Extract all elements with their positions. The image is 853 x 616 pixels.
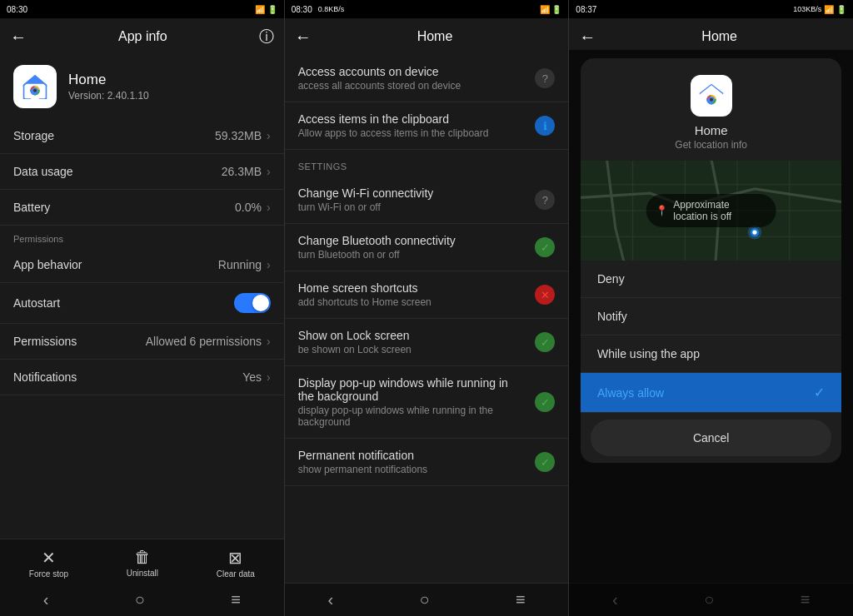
- bottom-nav-1: ✕ Force stop 🗑 Uninstall ⊠ Clear data ‹ …: [0, 539, 284, 616]
- menu-gesture-2[interactable]: ≡: [516, 590, 526, 609]
- permissions-row[interactable]: Permissions Allowed 6 permissions ›: [0, 324, 284, 360]
- permissions-list: Access accounts on device access all acc…: [285, 55, 569, 583]
- location-off-icon: 📍: [656, 205, 668, 216]
- back-button-2[interactable]: ←: [295, 27, 312, 47]
- storage-chevron: ›: [267, 129, 271, 142]
- info-icon[interactable]: ⓘ: [259, 27, 274, 47]
- map-container: 📍 Approximate location is off: [581, 161, 841, 261]
- while-using-option[interactable]: While using the app: [581, 335, 841, 373]
- perm-icon-popup: ✓: [535, 392, 555, 412]
- back-button-3[interactable]: ←: [579, 27, 596, 47]
- app-header: Home Version: 2.40.1.10: [0, 55, 284, 118]
- app-behavior-value: Running ›: [218, 258, 271, 271]
- panel-app-info: 08:30 📶 🔋 ← App info ⓘ: [0, 0, 285, 616]
- clear-data-label: Clear data: [217, 569, 255, 579]
- status-time-2: 08:30 0.8KB/s: [292, 5, 345, 14]
- perm-desc-lockscreen: be shown on Lock screen: [298, 344, 527, 355]
- perm-desc-wifi: turn Wi-Fi on or off: [298, 201, 527, 213]
- perm-title-notification: Permanent notification: [298, 449, 527, 462]
- clear-data-icon: ⊠: [228, 548, 242, 568]
- perm-item-popup[interactable]: Display pop-up windows while running in …: [285, 366, 569, 439]
- perm-item-notification[interactable]: Permanent notification show permanent no…: [285, 439, 569, 486]
- perm-item-shortcuts[interactable]: Home screen shortcuts add shortcuts to H…: [285, 271, 569, 319]
- app-info-header: ← App info ⓘ: [0, 18, 284, 55]
- svg-point-2: [33, 89, 37, 92]
- menu-gesture-1[interactable]: ≡: [231, 590, 241, 609]
- notifications-label: Notifications: [13, 370, 77, 384]
- perm-title-popup: Display pop-up windows while running in …: [298, 376, 527, 403]
- dialog-app-icon: [691, 75, 732, 117]
- location-dialog: Home Get location info: [581, 58, 841, 463]
- perm-title-wifi: Change Wi-Fi connectivity: [298, 186, 527, 200]
- always-allow-option[interactable]: Always allow ✓: [581, 373, 841, 413]
- notifications-row[interactable]: Notifications Yes ›: [0, 360, 284, 395]
- clear-data-button[interactable]: ⊠ Clear data: [217, 548, 255, 579]
- app-behavior-row[interactable]: App behavior Running ›: [0, 247, 284, 283]
- perm-item-bluetooth[interactable]: Change Bluetooth connectivity turn Bluet…: [285, 224, 569, 271]
- panel-permissions: 08:30 0.8KB/s 📶 🔋 ← Home Access accounts…: [285, 0, 570, 616]
- perm-desc-accounts: access all accounts stored on device: [298, 80, 527, 92]
- perm-desc-notification: show permanent notifications: [298, 464, 527, 475]
- force-stop-label: Force stop: [29, 569, 68, 579]
- app-icon: [13, 65, 57, 108]
- perm-title-accounts: Access accounts on device: [298, 65, 527, 78]
- dialog-perm-name: Get location info: [675, 139, 747, 151]
- while-using-label: While using the app: [597, 347, 700, 360]
- autostart-label: Autostart: [13, 296, 60, 310]
- app-name: Home: [68, 72, 149, 88]
- battery-value: 0.0% ›: [235, 201, 271, 214]
- permissions-section-label: Permissions: [0, 226, 284, 247]
- svg-point-16: [752, 231, 756, 235]
- cancel-button[interactable]: Cancel: [591, 420, 831, 456]
- autostart-row[interactable]: Autostart: [0, 283, 284, 324]
- home-gesture-2[interactable]: ○: [419, 590, 429, 609]
- gesture-bar-1: ‹ ○ ≡: [0, 584, 284, 616]
- status-icons-3: 103KB/s 📶 🔋: [793, 5, 846, 14]
- storage-value: 59.32MB ›: [215, 129, 271, 142]
- notifications-value: Yes ›: [242, 370, 271, 384]
- autostart-toggle[interactable]: [234, 293, 271, 313]
- always-allow-label: Always allow: [597, 386, 664, 400]
- storage-row[interactable]: Storage 59.32MB ›: [0, 118, 284, 154]
- status-bar-3: 08:37 103KB/s 📶 🔋: [569, 0, 853, 18]
- perm-icon-clipboard: ℹ: [535, 116, 555, 136]
- notify-label: Notify: [597, 310, 627, 323]
- back-gesture-1[interactable]: ‹: [43, 590, 49, 609]
- data-usage-value: 26.3MB ›: [222, 165, 271, 178]
- home-gesture-1[interactable]: ○: [135, 590, 145, 609]
- data-usage-row[interactable]: Data usage 26.3MB ›: [0, 154, 284, 190]
- uninstall-button[interactable]: 🗑 Uninstall: [127, 548, 158, 579]
- perm-icon-wifi: ?: [535, 190, 555, 210]
- battery-label: Battery: [13, 201, 50, 214]
- perm-icon-shortcuts: ✕: [535, 285, 555, 305]
- app-behavior-label: App behavior: [13, 258, 82, 271]
- settings-section-label: SETTINGS: [285, 150, 569, 176]
- dialog-app-name: Home: [695, 123, 728, 137]
- force-stop-button[interactable]: ✕ Force stop: [29, 548, 68, 579]
- battery-row[interactable]: Battery 0.0% ›: [0, 190, 284, 226]
- deny-label: Deny: [597, 272, 625, 286]
- perm-item-wifi[interactable]: Change Wi-Fi connectivity turn Wi-Fi on …: [285, 176, 569, 224]
- data-usage-label: Data usage: [13, 165, 73, 178]
- back-gesture-2[interactable]: ‹: [327, 590, 333, 609]
- panel-location: 08:37 103KB/s 📶 🔋 ← Home Get location in…: [569, 0, 853, 616]
- perm-title-clipboard: Access items in the clipboard: [298, 112, 527, 126]
- perm-icon-accounts: ?: [535, 68, 555, 88]
- perm-title-lockscreen: Show on Lock screen: [298, 329, 527, 342]
- perm-item-lockscreen[interactable]: Show on Lock screen be shown on Lock scr…: [285, 319, 569, 366]
- status-time-1: 08:30: [7, 5, 27, 14]
- svg-point-5: [710, 98, 713, 102]
- perm-item-clipboard[interactable]: Access items in the clipboard Allow apps…: [285, 102, 569, 150]
- perm-item-accounts[interactable]: Access accounts on device access all acc…: [285, 55, 569, 102]
- deny-option[interactable]: Deny: [581, 261, 841, 298]
- gesture-bar-2: ‹ ○ ≡: [285, 584, 569, 616]
- status-bar-1: 08:30 📶 🔋: [0, 0, 284, 18]
- permissions-label: Permissions: [13, 335, 77, 348]
- perm-icon-lockscreen: ✓: [535, 332, 555, 352]
- back-button-1[interactable]: ←: [10, 27, 27, 47]
- perm-desc-shortcuts: add shortcuts to Home screen: [298, 296, 527, 308]
- page-title-2: Home: [312, 29, 559, 44]
- notify-option[interactable]: Notify: [581, 298, 841, 335]
- status-icons-2: 📶 🔋: [540, 5, 562, 14]
- dialog-app-header: Home Get location info: [581, 58, 841, 161]
